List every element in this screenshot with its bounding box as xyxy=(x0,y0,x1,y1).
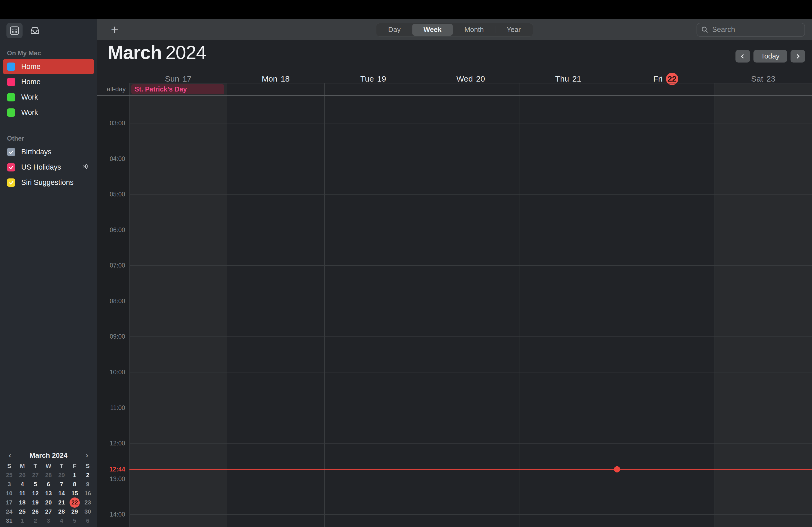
day-column-thu[interactable] xyxy=(520,96,617,527)
mini-cal-day[interactable]: 21 xyxy=(55,498,68,507)
mini-cal-day[interactable]: 26 xyxy=(16,471,29,480)
all-day-cell[interactable]: St. Patrick’s Day xyxy=(129,83,227,95)
all-day-cell[interactable] xyxy=(714,83,812,95)
calendar-color-swatch[interactable] xyxy=(7,78,15,86)
mini-cal-day[interactable]: 14 xyxy=(55,489,68,498)
mini-cal-day[interactable]: 29 xyxy=(68,507,81,516)
view-tab-day[interactable]: Day xyxy=(377,24,412,36)
day-header-name: Tue xyxy=(360,74,374,84)
inbox-button[interactable] xyxy=(27,23,43,39)
search-field[interactable] xyxy=(697,23,805,37)
prev-week-button[interactable] xyxy=(736,50,750,62)
title-month: March xyxy=(108,42,162,63)
calendar-checkbox[interactable] xyxy=(7,148,15,156)
mini-cal-day[interactable]: 22 xyxy=(68,498,81,507)
mini-cal-day[interactable]: 24 xyxy=(3,507,16,516)
day-column-wed[interactable] xyxy=(422,96,519,527)
sidebar-item-birthdays[interactable]: Birthdays xyxy=(3,144,94,160)
mini-cal-day[interactable]: 19 xyxy=(29,498,42,507)
mini-cal-day[interactable]: 12 xyxy=(29,489,42,498)
day-header-name: Sat xyxy=(751,74,763,84)
view-tab-month[interactable]: Month xyxy=(453,24,495,36)
add-event-button[interactable]: + xyxy=(111,23,118,36)
mini-cal-day[interactable]: 26 xyxy=(29,507,42,516)
mini-cal-day[interactable]: 27 xyxy=(29,471,42,480)
calendar-color-swatch[interactable] xyxy=(7,62,15,71)
mini-cal-day[interactable]: 20 xyxy=(42,498,55,507)
mini-cal-dow-label: S xyxy=(81,462,94,471)
mini-cal-day[interactable]: 23 xyxy=(81,498,94,507)
mini-cal-day[interactable]: 13 xyxy=(42,489,55,498)
grid-hour-line xyxy=(129,123,812,123)
day-column-sun[interactable] xyxy=(129,96,227,527)
mini-cal-day[interactable]: 17 xyxy=(3,498,16,507)
sidebar-item-home[interactable]: Home xyxy=(3,59,94,74)
calendar-checkbox[interactable] xyxy=(7,163,15,171)
chevron-right-icon xyxy=(794,53,801,60)
all-day-cell[interactable] xyxy=(227,83,324,95)
mini-cal-prev-button[interactable]: ‹ xyxy=(5,451,14,460)
all-day-cell[interactable] xyxy=(422,83,519,95)
sidebar-item-label: Siri Suggestions xyxy=(21,178,74,187)
mini-cal-day[interactable]: 4 xyxy=(16,480,29,489)
calendar-checkbox[interactable] xyxy=(7,178,15,187)
calendar-color-swatch[interactable] xyxy=(7,108,15,117)
mini-cal-day[interactable]: 25 xyxy=(3,471,16,480)
today-button[interactable]: Today xyxy=(753,50,787,62)
mini-cal-day[interactable]: 5 xyxy=(68,516,81,525)
mini-cal-day[interactable]: 9 xyxy=(81,480,94,489)
all-day-event[interactable]: St. Patrick’s Day xyxy=(131,84,224,94)
mini-cal-day[interactable]: 28 xyxy=(42,471,55,480)
mini-cal-day[interactable]: 18 xyxy=(16,498,29,507)
hour-label: 13:00 xyxy=(97,475,125,482)
next-week-button[interactable] xyxy=(791,50,805,62)
mini-cal-day[interactable]: 25 xyxy=(16,507,29,516)
calendar-view-button[interactable] xyxy=(6,23,23,39)
day-column-mon[interactable] xyxy=(227,96,324,527)
mini-cal-day[interactable]: 10 xyxy=(3,489,16,498)
mini-cal-day[interactable]: 6 xyxy=(42,480,55,489)
mini-cal-day[interactable]: 5 xyxy=(29,480,42,489)
mini-cal-dow-label: F xyxy=(68,462,81,471)
checkmark-icon xyxy=(8,165,14,170)
day-column-sat[interactable] xyxy=(714,96,812,527)
mini-cal-day[interactable]: 30 xyxy=(81,507,94,516)
day-column-tue[interactable] xyxy=(324,96,422,527)
view-tab-year[interactable]: Year xyxy=(495,24,532,36)
mini-cal-day[interactable]: 2 xyxy=(29,516,42,525)
grid-hour-line xyxy=(129,159,812,159)
search-input[interactable] xyxy=(712,26,801,34)
mini-cal-day[interactable]: 6 xyxy=(81,516,94,525)
all-day-cell[interactable] xyxy=(617,83,714,95)
sidebar-item-label: Birthdays xyxy=(21,148,52,156)
sidebar-toolbar xyxy=(0,19,97,42)
mini-cal-day[interactable]: 27 xyxy=(42,507,55,516)
mini-cal-day[interactable]: 29 xyxy=(55,471,68,480)
sidebar-item-work[interactable]: Work xyxy=(3,90,94,105)
mini-cal-next-button[interactable]: › xyxy=(83,451,91,460)
sidebar-item-home[interactable]: Home xyxy=(3,74,94,90)
search-icon xyxy=(701,26,709,34)
mini-cal-day[interactable]: 11 xyxy=(16,489,29,498)
mini-cal-day[interactable]: 7 xyxy=(55,480,68,489)
all-day-cell[interactable] xyxy=(520,83,617,95)
mini-cal-day[interactable]: 31 xyxy=(3,516,16,525)
sidebar-item-siri-suggestions[interactable]: Siri Suggestions xyxy=(3,175,94,190)
calendar-color-swatch[interactable] xyxy=(7,93,15,102)
day-column-fri[interactable] xyxy=(617,96,714,527)
mini-cal-day[interactable]: 28 xyxy=(55,507,68,516)
sidebar-item-us-holidays[interactable]: US Holidays xyxy=(3,160,94,175)
sidebar-section: OtherBirthdaysUS HolidaysSiri Suggestion… xyxy=(0,131,97,190)
all-day-cell[interactable] xyxy=(324,83,422,95)
mini-cal-day[interactable]: 1 xyxy=(68,471,81,480)
mini-cal-day[interactable]: 1 xyxy=(16,516,29,525)
mini-cal-day[interactable]: 2 xyxy=(81,471,94,480)
mini-cal-day[interactable]: 3 xyxy=(42,516,55,525)
mini-cal-day[interactable]: 3 xyxy=(3,480,16,489)
mini-cal-day[interactable]: 8 xyxy=(68,480,81,489)
mini-cal-day[interactable]: 15 xyxy=(68,489,81,498)
view-tab-week[interactable]: Week xyxy=(412,24,453,36)
mini-cal-day[interactable]: 4 xyxy=(55,516,68,525)
sidebar-item-work[interactable]: Work xyxy=(3,105,94,120)
mini-cal-day[interactable]: 16 xyxy=(81,489,94,498)
